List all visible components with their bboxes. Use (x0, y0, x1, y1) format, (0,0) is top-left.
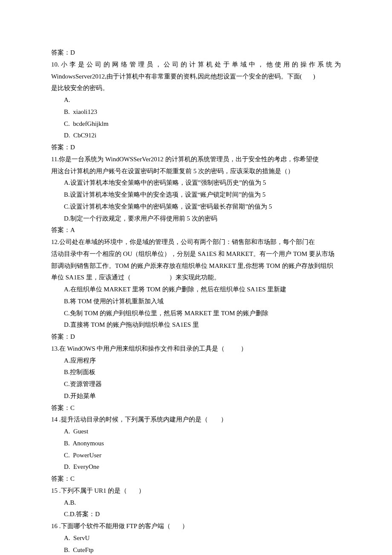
q12-stem-1: 12.公司处在单域的环境中，你是域的管理员，公司有两个部门：销售部和市场部，每个… (51, 236, 341, 248)
q13-option-b: B.控制面板 (51, 366, 341, 378)
q12-stem-4: 单位 SA1ES 里，应该通过（ ）来实现此功能。 (51, 272, 341, 284)
q15-stem-1: 15 .下列不属于 UR1 的是（ ） (51, 485, 341, 497)
answer-9: 答案：D (51, 47, 341, 59)
q13-option-d: D.开始菜单 (51, 390, 341, 402)
q11-option-b: B.设置计算机本地安全策略中的安全选项，设置“账户锁定时间”的值为 5 (51, 189, 341, 201)
answer-11: 答案：A (51, 224, 341, 236)
q11-option-c: C.设置计算机本地安全策略中的密码策略，设置“密码最长存留期”的值为 5 (51, 201, 341, 213)
q12-option-c: C.免制 TOM 的账户到组织单位里，然后将 MARKET 里 TOM 的账户删… (51, 308, 341, 320)
answer-10: 答案：D (51, 142, 341, 154)
answer-13: 答案：C (51, 402, 341, 414)
q10-option-c: C. bcdefGhijklm (51, 118, 341, 130)
q11-option-a: A.设置计算机本地安全策略中的密码策略，设置”强制密码历史”的值为 5 (51, 177, 341, 189)
q10-option-a: A. (51, 94, 341, 106)
q10-option-b: B. xiaoli123 (51, 106, 341, 118)
document-page: 答案：D 10. 小 李 是 公 司 的 网 络 管 理 员 ， 公 司 的 计… (0, 0, 392, 555)
q11-stem-2: 用这台计算机的用户账号在设置密码时不能重复前 5 次的密码，应该采取的措施是（） (51, 166, 341, 177)
q14-stem-1: 14 .提升活动目录的时候，下列属于系统内建用户的是（ ） (51, 414, 341, 426)
q13-option-c: C.资源管理器 (51, 378, 341, 390)
q12-stem-2: 活动目录中有一个相应的 OU（组织单位），分别是 SA1ES 和 MARKET。… (51, 248, 341, 260)
q12-option-d: D.直接将 TOM 的账户拖动到组织单位 SA1ES 里 (51, 319, 341, 331)
q10-stem-1: 10. 小 李 是 公 司 的 网 络 管 理 员 ， 公 司 的 计 算 机 … (51, 59, 341, 71)
q16-option-a: A. ServU (51, 532, 341, 544)
q10-stem-3: 是比较安全的密码。 (51, 82, 341, 94)
q15-option-ab: A.B. (51, 497, 341, 509)
q16-stem-1: 16 .下面哪个软件不能用做 FTP 的客户端（ ） (51, 520, 341, 532)
q11-stem-1: 11.你是一台系统为 WindOWSSerVer2012 的计算机的系统管理员，… (51, 154, 341, 166)
answer-14: 答案：C (51, 473, 341, 485)
q11-option-d: D.制定一个行政规定，要求用户不得使用前 5 次的密码 (51, 213, 341, 225)
q14-option-a: A. Guest (51, 426, 341, 438)
q12-stem-3: 部调动到销售部工作。TOM 的账户原来存放在组织单位 MARKET 里,你想将 … (51, 260, 341, 272)
q13-option-a: A.应用程序 (51, 355, 341, 367)
q13-stem-1: 13.在 WindOWS 中用户用来组织和操作文件和目录的工具是（ ） (51, 343, 341, 355)
q12-option-b: B.将 TOM 使用的计算机重新加入域 (51, 296, 341, 308)
q14-option-d: D. EveryOne (51, 461, 341, 473)
q14-option-b: B. Anonymous (51, 438, 341, 450)
q10-option-d: D. CbC912i (51, 130, 341, 142)
answer-12: 答案：D (51, 331, 341, 343)
q14-option-c: C. PowerUser (51, 450, 341, 462)
q16-option-b: B. CuteFtp (51, 544, 341, 555)
q10-stem-2: WindowsServer2012,由于计算机中有非常重要的资料,因此他想设置一… (51, 71, 341, 83)
q12-option-a: A.在组织单位 MARKET 里将 TOM 的账户删除，然后在组织单位 SA1E… (51, 284, 341, 296)
q15-option-cd-answer: C.D.答案：D (51, 509, 341, 520)
